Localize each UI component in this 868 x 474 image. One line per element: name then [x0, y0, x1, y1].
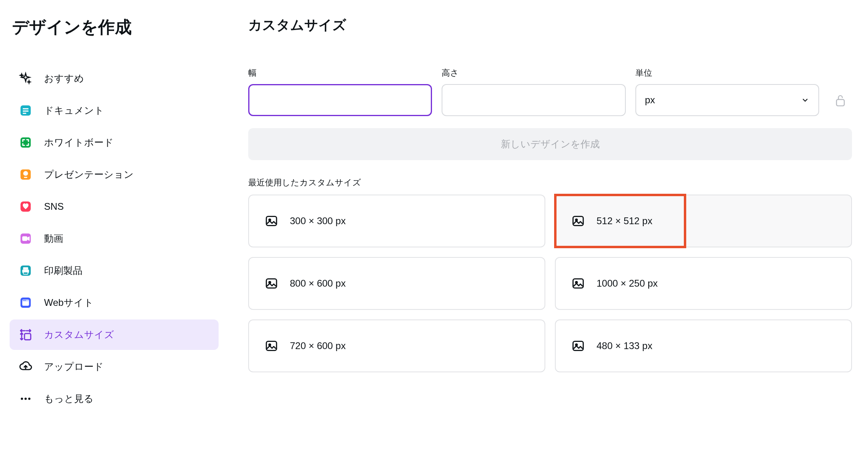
svg-rect-33	[573, 279, 583, 288]
sidebar-item-label: 印刷製品	[44, 264, 82, 277]
recent-size-card[interactable]: 1000 × 250 px	[555, 257, 852, 310]
svg-rect-1	[23, 108, 28, 109]
recent-sizes-grid: 300 × 300 px512 × 512 px800 × 600 px1000…	[248, 195, 852, 372]
height-input-box[interactable]	[442, 84, 625, 116]
width-input[interactable]	[258, 85, 422, 115]
sidebar-item-presentation[interactable]: プレゼンテーション	[10, 159, 219, 190]
recent-size-card[interactable]: 512 × 512 px	[555, 195, 852, 247]
sidebar-item-label: おすすめ	[44, 72, 84, 85]
svg-rect-10	[22, 236, 28, 241]
recent-size-label: 800 × 600 px	[290, 278, 346, 289]
sidebar-item-label: ホワイトボード	[44, 136, 114, 149]
size-inputs-row: 幅 高さ 単位 px	[248, 67, 852, 116]
width-label: 幅	[248, 67, 432, 78]
svg-rect-2	[23, 110, 28, 112]
sns-icon	[18, 199, 33, 214]
main-title: カスタムサイズ	[248, 16, 852, 34]
height-label: 高さ	[442, 67, 625, 78]
sidebar-item-label: Webサイト	[44, 296, 94, 309]
sidebar-item-more[interactable]: もっと見る	[10, 384, 219, 414]
sidebar-item-label: SNS	[44, 201, 64, 212]
svg-rect-29	[573, 217, 583, 226]
sidebar-item-label: アップロード	[44, 360, 104, 373]
image-icon	[571, 276, 585, 291]
svg-rect-22	[24, 333, 31, 340]
recent-size-card[interactable]: 720 × 600 px	[248, 319, 545, 372]
print-icon	[18, 263, 33, 278]
svg-rect-4	[20, 137, 31, 148]
video-icon	[18, 231, 33, 246]
presentation-icon	[18, 167, 33, 182]
custom-size-icon	[18, 327, 33, 342]
main-panel: カスタムサイズ 幅 高さ 単位 px	[228, 0, 868, 474]
svg-point-24	[24, 398, 27, 400]
unit-value: px	[645, 94, 655, 106]
svg-point-25	[28, 398, 30, 400]
svg-point-21	[25, 300, 26, 301]
svg-rect-12	[23, 267, 28, 270]
image-icon	[264, 276, 279, 291]
more-icon	[18, 392, 33, 406]
create-design-button[interactable]: 新しいデザインを作成	[248, 128, 852, 160]
image-icon	[571, 214, 585, 228]
upload-icon	[18, 360, 33, 374]
recent-sizes-label: 最近使用したカスタムサイズ	[248, 177, 852, 188]
height-input[interactable]	[451, 85, 616, 115]
lock-aspect-button[interactable]	[829, 89, 852, 112]
recent-size-label: 300 × 300 px	[290, 215, 346, 227]
svg-rect-27	[266, 217, 277, 226]
nav: おすすめドキュメントホワイトボードプレゼンテーションSNS動画印刷製品Webサイ…	[10, 63, 219, 414]
sidebar-item-label: ドキュメント	[44, 104, 104, 117]
recent-size-card[interactable]: 480 × 133 px	[555, 319, 852, 372]
chevron-down-icon	[801, 96, 810, 104]
sparkle-icon	[18, 71, 33, 86]
svg-point-19	[23, 300, 24, 301]
sidebar-item-website[interactable]: Webサイト	[10, 287, 219, 318]
unit-select[interactable]: px	[635, 84, 819, 116]
recent-size-label: 720 × 600 px	[290, 340, 346, 351]
svg-point-23	[21, 398, 23, 400]
sidebar-item-label: プレゼンテーション	[44, 168, 134, 181]
sidebar-item-label: 動画	[44, 232, 63, 245]
image-icon	[571, 339, 585, 353]
doc-icon	[18, 103, 33, 118]
sidebar-item-recommended[interactable]: おすすめ	[10, 63, 219, 94]
unit-label: 単位	[635, 67, 819, 78]
svg-rect-7	[24, 177, 28, 178]
sidebar-item-label: もっと見る	[44, 392, 94, 405]
sidebar-title: デザインを作成	[10, 16, 219, 38]
recent-size-card[interactable]: 300 × 300 px	[248, 195, 545, 247]
sidebar-item-video[interactable]: 動画	[10, 223, 219, 254]
svg-point-20	[24, 300, 25, 301]
svg-rect-37	[573, 341, 583, 351]
recent-size-label: 1000 × 250 px	[597, 278, 658, 289]
recent-size-card[interactable]: 800 × 600 px	[248, 257, 545, 310]
sidebar: デザインを作成 おすすめドキュメントホワイトボードプレゼンテーションSNS動画印…	[0, 0, 228, 474]
image-icon	[264, 339, 279, 353]
sidebar-item-sns[interactable]: SNS	[10, 191, 219, 222]
sidebar-item-custom-size[interactable]: カスタムサイズ	[10, 319, 219, 350]
svg-rect-3	[23, 113, 26, 114]
image-icon	[264, 214, 279, 228]
recent-size-label: 512 × 512 px	[597, 215, 652, 227]
website-icon	[18, 295, 33, 310]
whiteboard-icon	[18, 135, 33, 150]
svg-rect-35	[266, 341, 277, 351]
sidebar-item-whiteboard[interactable]: ホワイトボード	[10, 127, 219, 158]
svg-point-6	[23, 171, 28, 176]
sidebar-item-label: カスタムサイズ	[44, 328, 114, 341]
recent-size-label: 480 × 133 px	[597, 340, 652, 351]
width-input-box[interactable]	[248, 84, 432, 116]
svg-rect-31	[266, 279, 277, 288]
svg-rect-26	[836, 100, 844, 106]
sidebar-item-documents[interactable]: ドキュメント	[10, 95, 219, 126]
sidebar-item-print[interactable]: 印刷製品	[10, 255, 219, 286]
sidebar-item-upload[interactable]: アップロード	[10, 351, 219, 382]
